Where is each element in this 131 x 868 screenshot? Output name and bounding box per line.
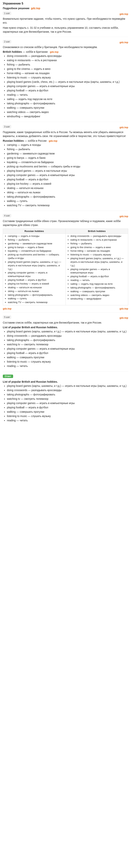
step-5-section: List of popular British and Russian hobb… [3,326,128,368]
subtitle-text: Подробное решение [3,7,29,10]
table-row: watching TV — смотреть телевизор [8,301,64,304]
list-item: doing crosswords — разгадывать кроссворд… [7,54,128,58]
step-5-section-title: List of popular British and Russian hobb… [3,326,58,329]
table-row: walking — гулять [8,297,64,301]
list-item: taking photographs — фотографировать [7,101,128,105]
list-item: fishing — рыбачить [7,63,128,67]
step-5-label: 5 шаг [3,315,11,319]
table-col2-header: British hobbies [66,229,128,234]
list-item: doing crosswords — разгадывать кроссворд… [7,388,128,392]
answer-section: List of popular British and Russian hobb… [3,380,128,423]
russian-hobbies-section: Russian hobbies — хобби в России gdz.top… [3,139,128,207]
table-row: eating in restaurants — есть в ресторана… [71,238,127,242]
list-item: skiing — кататься на лыжах [7,190,128,194]
step-4-content: Составим традиционные хобби обеих стран.… [3,219,128,227]
step-3-badge: gdz.top [120,126,128,129]
list-item: playing football — играть в футбол [7,178,128,182]
list-item: playing computer games — играть в компью… [7,401,128,405]
table-row: kayaking — сплавляться на байдарках [8,249,64,253]
russian-hobbies-title: Russian hobbies [3,139,24,142]
list-item: listening to music — слушать музыку [7,75,128,80]
step-3: 3 шаг gdz.top Подумаем, какие традиционн… [3,125,128,211]
step-5-content: Составим список хобби, характерных как д… [3,321,128,325]
russian-hobbies-badge: gdz.top [49,140,57,142]
list-item: playing ice-hockey — играть в хоккей [7,182,128,186]
table-row: playing board games (карты, шахматы, и т… [8,260,64,271]
step-4: 4 шаг gdz.top Составим традиционные хобб… [3,214,128,312]
list-item: taking photographs — фотографировать [7,195,128,199]
step-2-badge: gdz.top [120,41,128,44]
table-row: taking photographs — фотографировать [8,293,64,297]
step-1-task: Нам нужно открыть с. 31-32 в учебнике и,… [3,26,128,34]
step-1-badge: gdz.top [120,12,128,16]
list-item: playing computer games — играть в компью… [7,347,128,351]
step-2-content: Ознакомимся со списком хобби у британцев… [3,45,128,49]
table-row: fishing — рыбачить [71,242,127,246]
table-row: playing computer games — играть в компью… [71,268,127,275]
table-british-list: doing crosswords — разгадывать кроссворд… [67,235,127,301]
list-item: picking up mushrooms and berries — собир… [7,164,128,168]
table-row: walking — совершать прогулки [71,290,127,293]
table-col1-data: camping — ходить в походыfishing — рыбач… [3,234,66,305]
step-3-label: 3 шаг [3,125,11,128]
list-item: walking — совершать прогулки [7,355,128,360]
list-item: watching TV — смотреть телевизор [7,204,128,207]
list-item: watching tv — смотреть телевизор [7,397,128,401]
british-hobbies-section: British hobbies — хобби в Британии gdz.t… [3,50,128,118]
step-4-badge-right: gdz.top [120,307,128,310]
table-row: camping — ходить в походы [8,235,64,238]
list-item: kayaking — сплавляться на байдарках [7,160,128,164]
list-item: reading — читать [7,93,128,97]
table-row: going to the cinema — ходить в кино [71,246,127,249]
list-item: playing board games — играть в настольны… [7,169,128,173]
step-1: 1 шаг gdz.top Внимательно прочитаем зада… [3,12,128,37]
list-item: walking — гулять [7,199,128,203]
table-russian-list: camping — ходить в походыfishing — рыбач… [4,235,64,304]
russian-hobbies-list: camping — ходить в походыfishing — рыбач… [3,143,128,207]
step-3-content: Подумаем, какие традиционные хобби есть … [3,130,128,138]
list-item: playing board games (cards, chess, etc.)… [7,80,128,84]
british-hobbies-title: British hobbies [3,50,22,53]
list-item: playing board games (карты, шахматы, и т… [7,384,128,388]
list-item: walking — совершать прогулки [7,106,128,110]
british-hobbies-list: doing crosswords — разгадывать кроссворд… [3,54,128,118]
answer-block: Ответ List of popular British and Russia… [3,375,128,426]
list-item: playing computer games — играть в компью… [7,84,128,88]
list-item: sailing — ходить под парусом на яхте [7,97,128,101]
list-item: eating in restaurants — есть в ресторана… [7,58,128,62]
table-row: windsurfing — виндсёрфинг [71,297,127,301]
step-2-label: 2 шаг [3,40,11,43]
table-row: playing board games (карты, шахматы, и т… [71,257,127,268]
list-item: doing crosswords — разгадывать кроссворд… [7,334,128,338]
list-item: going to banya — ходить в баню [7,156,128,160]
step-4-badge-left: gdz.top [3,307,11,310]
step-1-label: 1 шаг [3,12,11,15]
step-4-label: 4 шаг [3,214,11,217]
table-row: playing ice-hockey — играть в хоккей [8,282,64,286]
table-row: taking photographs — фотографировать [71,286,127,289]
step-2: 2 шаг gdz.top Ознакомимся со списком хоб… [3,40,128,122]
british-hobbies-badge: gdz.top [50,51,58,53]
table-col1-header: Russian hobbies [3,229,66,234]
answer-badge: Ответ [3,375,13,378]
list-item: skating — кататься на коньках [7,186,128,190]
list-item: playing computer games — играть в компью… [7,173,128,177]
list-item: reading — читать [7,418,128,423]
table-row: picking up mushrooms and berries — собир… [8,253,64,260]
list-item: walking — совершать прогулки [7,410,128,414]
list-item: playing football — играть в футбол [7,351,128,355]
list-item: reading — читать [7,364,128,368]
table-row: horse-riding — катание на лошадях [71,249,127,253]
step-4-badge: gdz.top [120,215,128,218]
popular-hobbies-list-5: playing board games (карты, шахматы, и т… [3,330,128,368]
answer-section-title: List of popular British and Russian hobb… [3,380,58,383]
list-item: playing football — играть в футбол [7,406,128,409]
list-item: windsurfing — виндсёрфинг [7,115,128,118]
table-row: going to banya — ходить в баню [8,246,64,249]
step-5: 5 шаг gdz.top Составим список хобби, хар… [3,315,128,372]
table-col2-data: doing crosswords — разгадывать кроссворд… [66,234,128,305]
answer-hobbies-list: playing board games (карты, шахматы, и т… [3,384,128,423]
gdz-badge-main: gdz.top [31,7,40,10]
list-item: gardening — заниматься садоводством [7,152,128,156]
step-5-badge: gdz.top [120,316,128,319]
